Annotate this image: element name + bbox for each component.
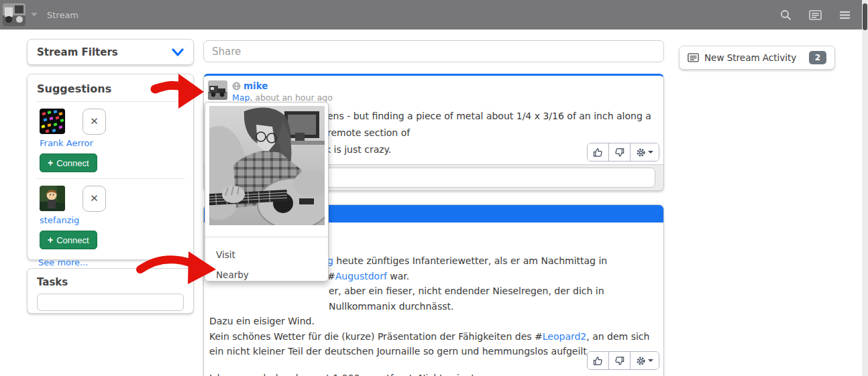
hashtag-link[interactable]: Leopard2 bbox=[543, 331, 587, 342]
contact-name-link[interactable]: stefanzig bbox=[40, 215, 184, 225]
stream-page: Stream Stream Fi bbox=[0, 0, 868, 376]
see-more-link[interactable]: See more... bbox=[38, 257, 88, 267]
new-stream-activity-panel[interactable]: New Stream Activity 2 bbox=[679, 46, 835, 70]
tasks-title: Tasks bbox=[37, 276, 184, 288]
contact-name-link[interactable]: Frank Aerror bbox=[40, 138, 184, 148]
suggestions-panel: Suggestions bbox=[27, 74, 194, 260]
contact-avatar[interactable] bbox=[40, 109, 65, 134]
plus-icon: + bbox=[48, 158, 53, 168]
post-meta: Map, about an hour ago bbox=[232, 92, 333, 103]
divider bbox=[36, 101, 185, 102]
connect-button[interactable]: + Connect bbox=[40, 153, 97, 172]
dislike-button[interactable] bbox=[609, 352, 631, 369]
stream-filters-panel[interactable]: Stream Filters bbox=[27, 39, 194, 65]
user-avatar[interactable] bbox=[3, 3, 25, 26]
profile-photo bbox=[209, 106, 325, 225]
task-input[interactable] bbox=[37, 294, 184, 311]
dismiss-suggestion-button[interactable]: ✕ bbox=[83, 186, 106, 212]
chevron-down-icon bbox=[648, 151, 653, 153]
menu-item-visit[interactable]: Visit bbox=[205, 245, 328, 265]
page-scrollbar[interactable] bbox=[862, 0, 868, 376]
contact-avatar[interactable] bbox=[40, 186, 65, 211]
chevron-down-icon[interactable] bbox=[172, 48, 184, 57]
navbar-actions bbox=[780, 9, 868, 21]
new-stream-activity-label: New Stream Activity bbox=[704, 52, 796, 63]
post-options-button[interactable] bbox=[631, 143, 659, 161]
profile-hover-card: Visit Nearby bbox=[205, 102, 329, 281]
stream-panel-icon[interactable] bbox=[809, 10, 822, 20]
activity-count-badge: 2 bbox=[809, 51, 826, 64]
like-button[interactable] bbox=[588, 143, 609, 161]
thumbs-up-icon bbox=[593, 147, 603, 158]
menu-item-nearby[interactable]: Nearby bbox=[205, 265, 328, 285]
post-author-avatar-image bbox=[208, 80, 227, 100]
tasks-panel: Tasks bbox=[27, 268, 194, 314]
page-title: Stream bbox=[47, 10, 78, 20]
close-icon: ✕ bbox=[90, 194, 99, 204]
post-text-line: Dazu ein eisiger Wind. bbox=[209, 314, 658, 329]
divider bbox=[205, 237, 328, 237]
share-composer[interactable] bbox=[203, 40, 664, 62]
chevron-down-icon bbox=[648, 359, 653, 362]
chevron-down-icon bbox=[31, 13, 38, 17]
suggestions-title: Suggestions bbox=[37, 82, 184, 95]
hashtag-link[interactable]: Augustdorf bbox=[335, 271, 387, 281]
suggestion-item: ✕ stefanzig + Connect bbox=[37, 186, 184, 249]
connect-button[interactable]: + Connect bbox=[40, 231, 97, 249]
post-author-name[interactable]: mike bbox=[243, 80, 268, 91]
thumbs-down-icon bbox=[614, 147, 625, 158]
post-action-buttons bbox=[587, 143, 659, 162]
suggestion-item: ✕ Frank Aerror + Connect bbox=[37, 109, 184, 172]
close-icon: ✕ bbox=[90, 117, 99, 127]
gear-icon bbox=[636, 356, 646, 366]
globe-icon bbox=[232, 82, 241, 90]
navbar-user-menu[interactable]: Stream bbox=[0, 3, 78, 26]
stream-filters-title: Stream Filters bbox=[37, 46, 118, 58]
share-input[interactable] bbox=[204, 46, 663, 58]
plus-icon: + bbox=[48, 235, 53, 245]
dislike-button[interactable] bbox=[609, 143, 631, 161]
top-navbar: Stream bbox=[0, 0, 868, 29]
post-text-line: er, aber ein fieser, nicht endender Nies… bbox=[209, 284, 658, 314]
search-icon[interactable] bbox=[780, 9, 792, 21]
post-action-buttons bbox=[587, 351, 659, 370]
thumbs-up-icon bbox=[593, 356, 603, 366]
connect-label: Connect bbox=[56, 158, 89, 168]
dismiss-suggestion-button[interactable]: ✕ bbox=[83, 109, 106, 135]
post-author-avatar[interactable] bbox=[208, 80, 227, 100]
newspaper-icon bbox=[688, 53, 699, 62]
contact-avatar-image bbox=[40, 186, 65, 211]
post-location-link[interactable]: Map bbox=[232, 92, 250, 103]
post-options-button[interactable] bbox=[631, 352, 659, 369]
user-avatar-image bbox=[3, 3, 25, 26]
gear-icon bbox=[636, 147, 646, 158]
scrollbar-thumb[interactable] bbox=[863, 3, 867, 30]
thumbs-down-icon bbox=[614, 356, 625, 366]
post-text-line: Ich war auch da, aber gut 1.000 m entfer… bbox=[209, 371, 658, 376]
profile-popup-menu: Visit Nearby bbox=[205, 245, 328, 285]
hamburger-menu-icon[interactable] bbox=[839, 11, 851, 19]
profile-photo-image bbox=[209, 106, 325, 225]
connect-label: Connect bbox=[56, 235, 89, 245]
contact-avatar-image bbox=[40, 109, 65, 134]
post-timestamp: , about an hour ago bbox=[250, 92, 332, 103]
divider bbox=[36, 178, 185, 179]
like-button[interactable] bbox=[588, 352, 609, 369]
post-header: mike Map, about an hour ago bbox=[208, 80, 333, 103]
